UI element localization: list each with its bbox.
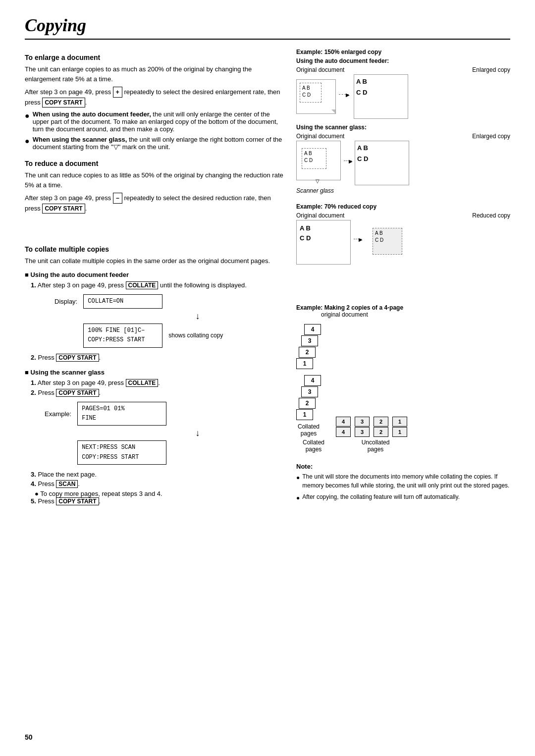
plus-button: + [113,87,122,98]
reduced-copy-label: Reduced copy [472,212,510,219]
orig-doc-label2: Original document [296,133,344,140]
orig-doc-label: Original document [296,66,344,73]
display-label: Display: [54,298,77,305]
enlarge-para2-suffix: . [85,99,87,106]
reduce-heading: To reduce a document [25,160,286,167]
shows-collating-label: shows collating copy [168,332,223,339]
reduce-para2: After step 3 on page 49, press − repeate… [25,193,286,214]
copy-start-button-reduce: COPY START [42,204,85,214]
minus-button: − [113,193,122,204]
copy-start-button-collate: COPY START [56,354,99,362]
example-display-box2: NEXT:PRESS SCAN COPY:PRESS START [77,440,166,464]
orig-doc-inner: A B C D [300,83,321,103]
copy-start-button-scan: COPY START [56,389,99,397]
triangle-mark: ▽ [316,178,320,184]
scan-step4: 4. Press SCAN. [31,480,286,488]
collate-stacks-row: 4 3 2 1 4 3 2 1 Collated pages [296,324,510,437]
example70-label: Example: 70% reduced copy [296,203,510,210]
copy-start-button-enlarge: COPY START [42,98,85,108]
note-item-2: ● After copying, the collating feature w… [296,492,510,502]
scanner-enlarged-box: A B C D [355,141,409,185]
collated-pages-label: Collated pages [298,423,320,437]
using-auto-feeder-label: Using the auto document feeder: [296,57,510,64]
enlarged-doc-box: A B C D [354,74,408,119]
step4-sub: ● To copy more pages, repeat steps 3 and… [35,490,286,497]
scanner-orig-box: A B C D ▽ [296,141,341,180]
reduce-orig-box: A B C D [296,220,351,265]
page-number: 50 [25,733,33,741]
scan-button: SCAN [56,480,78,488]
enlarge-para1: The unit can enlarge copies to as much a… [25,64,286,84]
collate-step1: 1. After step 3 on page 49, press COLLAT… [31,281,286,289]
reduce-example-group: Example: 70% reduced copy Original docum… [296,203,510,265]
note-title: Note: [296,463,510,470]
scan-display-area: Example: PAGES=01 01% FINE ↓ Example: NE… [45,400,286,467]
note-box: Note: ● The unit will store the document… [296,463,510,502]
enlarged-copy-label: Enlarged copy [472,66,510,73]
scan-step5: 5. Press COPY START. [31,497,286,505]
example-label: Example: [45,410,71,418]
collate-step2: 2. Press COPY START. [31,354,286,362]
example-display-box1: PAGES=01 01% FINE [77,402,166,426]
arrow-down-2: ↓ [109,429,286,437]
display-box1: COLLATE=ON [83,294,162,309]
arrow-down-1: ↓ [109,312,286,321]
arrow-right-2: ▶ [344,161,352,161]
right-column: Example: 150% enlarged copy Using the au… [296,45,510,507]
left-column: To enlarge a document The unit can enlar… [25,45,286,507]
enlarge-bullet2: ● When using the scanner glass, the unit… [25,136,286,151]
collate-sub1-heading: ■ Using the auto document feeder [25,270,286,280]
scanner-glass-subtitle: Using the scanner glass: [296,124,510,131]
reduce-diagram-row: A B C D ▶ A B C D [296,220,510,265]
collate-example-label: Example: Making 2 copies of a 4-page ori… [296,304,510,318]
reduce-para2-prefix: After step 3 on page 49, press [25,194,111,202]
enlarge-heading: To enlarge a document [25,54,286,61]
collated-stack: 4 3 2 1 4 3 2 1 Collated pages [296,324,321,437]
example150-label: Example: 150% enlarged copy [296,49,510,55]
uncollated-stacks: 4 4 3 3 2 2 1 1 [336,417,407,437]
reduce-para1: The unit can reduce copies to as little … [25,170,286,190]
enlarge-para2-prefix: After step 3 on page 49, press [25,88,111,96]
collate-heading: To collate multiple copies [25,245,286,253]
arrow-right-3: ▶ [354,239,362,239]
scan-step1: 1. After step 3 on page 49, press COLLAT… [31,379,286,387]
arrow-right-1: ▶ [339,94,351,95]
auto-feeder-diagram-row: A B C D ▶ A B C D [296,74,510,119]
enlarge-bullet1: ● When using the auto document feeder, t… [25,110,286,133]
collate-button-2: COLLATE [126,379,159,387]
collate-para1: The unit can collate multiple copies in … [25,256,286,266]
orig-doc-label3: Original document [296,212,344,219]
orig-doc-box: A B C D [296,79,336,114]
reduce-copy-box: A B C D [365,220,409,260]
collate-example-group: Example: Making 2 copies of a 4-page ori… [296,304,510,453]
display-area: Display: COLLATE=ON ↓ Display: 100% FINE… [54,292,286,350]
note-item-1: ● The unit will store the documents into… [296,472,510,490]
enlarge-para2: After step 3 on page 49, press + repeate… [25,87,286,108]
page-title: Copying [25,15,510,40]
enlarged-copy-label2: Enlarged copy [472,133,510,140]
display-box2: 100% FINE [01]C– COPY:PRESS START [83,324,162,347]
scanner-glass-label: Scanner glass [296,187,510,194]
scanner-glass-diagram-row: A B C D ▽ ▶ A B C D [296,141,510,185]
copy-start-button-final: COPY START [56,497,99,505]
scan-step3: 3. Place the next page. [31,471,286,478]
enlarge-example-group: Example: 150% enlarged copy Using the au… [296,49,510,194]
scan-step2: 2. Press COPY START. [31,389,286,397]
collate-sub2-heading: ■ Using the scanner glass [25,368,286,378]
collate-button: COLLATE [126,281,159,289]
